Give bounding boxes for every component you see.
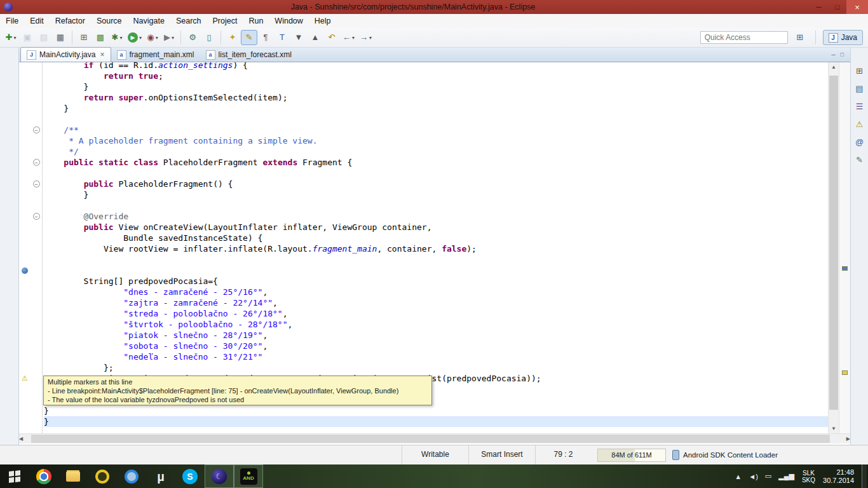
menu-navigate[interactable]: Navigate [128,14,170,28]
display-icon[interactable]: ▭ [765,472,771,480]
vertical-scrollbar[interactable]: ▲ ▼ [828,62,839,433]
code-line[interactable]: "štvrtok - polooblačno - 28°/18°", [44,319,828,330]
fold-collapse-icon[interactable]: − [33,213,40,220]
minimize-editor-icon[interactable]: ─ [831,51,835,58]
code-line[interactable] [44,114,828,125]
vscroll-thumb[interactable] [829,76,838,410]
code-line[interactable] [44,168,828,179]
fold-collapse-icon[interactable]: − [33,159,40,166]
menu-edit[interactable]: Edit [24,14,50,28]
code-line[interactable]: "dnes - zamračené - 25°/16°", [44,287,828,297]
type-hierarchy-icon[interactable]: ▤ [853,82,866,95]
code-line[interactable]: public PlaceholderFragment() { [44,179,828,189]
code-line[interactable]: } [44,405,828,416]
save-icon[interactable]: ▣ [19,30,36,45]
code-line[interactable]: } [44,416,828,427]
hscroll-track[interactable] [23,434,846,444]
menu-help[interactable]: Help [309,14,337,28]
close-window-button[interactable]: × [846,0,868,14]
code-line[interactable]: View rootView = inflater.inflate(R.layou… [44,243,828,254]
clock[interactable]: 21:48 30.7.2014 [823,468,854,485]
menu-search[interactable]: Search [170,14,207,28]
search-icon[interactable]: ✦ [224,30,241,45]
tab-close-icon[interactable]: × [100,50,104,59]
next-annotation-icon[interactable]: ▼ [290,30,307,45]
code-line[interactable]: if (id == R.id.action_settings) { [44,62,828,71]
code-line[interactable]: return super.onOptionsItemSelected(item)… [44,92,828,103]
code-line[interactable]: Bundle savedInstanceState) { [44,233,828,243]
coverage-icon[interactable]: ◉▾ [144,30,161,45]
eclipse-taskbar-icon[interactable]: ☾ [205,464,234,488]
new-java-project-icon[interactable]: ⊞ [76,30,92,45]
minimize-window-button[interactable]: ─ [810,0,828,14]
language-indicator[interactable]: SLK SKQ [802,470,815,484]
code-line[interactable]: /** [44,125,828,135]
vscroll-track[interactable] [829,72,839,424]
utorrent-icon[interactable]: µ [146,464,175,488]
problems-view-icon[interactable]: ⚠ [853,118,866,130]
show-desktop-button[interactable] [862,464,867,488]
fold-collapse-icon[interactable]: − [33,126,40,133]
background-task[interactable]: Android SDK Content Loader [672,450,793,460]
open-perspective-button[interactable]: ⊞ [792,30,808,45]
menu-file[interactable]: File [0,14,24,28]
avd-manager-icon[interactable]: ▯ [201,30,217,45]
debug-icon[interactable]: ✱▾ [109,30,125,45]
skype-icon[interactable]: S [175,464,205,488]
javadoc-view-icon[interactable]: @ [853,135,866,148]
mark-occurrences-icon[interactable]: ✎ [241,30,257,45]
forward-icon[interactable]: →▾ [357,30,374,45]
quick-access-input[interactable] [700,31,788,44]
package-explorer-icon[interactable]: ⊞ [853,64,866,77]
scroll-down-icon[interactable]: ▼ [829,424,839,433]
heap-status[interactable]: 84M of 611M [597,449,666,462]
signal-icon[interactable]: ▂▄▆ [778,472,794,480]
new-android-project-icon[interactable]: ▩ [92,30,109,45]
yellow-ring-app-icon[interactable] [88,464,117,488]
hscroll-thumb[interactable] [31,435,830,443]
save-all-icon[interactable]: ▤ [36,30,52,45]
back-icon[interactable]: ←▾ [340,30,357,45]
print-icon[interactable]: ▦ [52,30,69,45]
code-line[interactable]: "piatok - slnečno - 28°/19°", [44,330,828,341]
code-line[interactable]: */ [44,146,828,157]
window-titlebar[interactable]: Java - Sunshine/src/com/projects/sunshin… [0,0,868,14]
code-line[interactable]: }; [44,362,828,373]
code-line[interactable]: * A placeholder fragment containing a si… [44,135,828,146]
code-line[interactable]: @Override [44,211,828,222]
overview-marker[interactable] [842,266,848,271]
overview-ruler[interactable] [839,62,850,433]
scroll-up-icon[interactable]: ▲ [829,62,839,72]
code-line[interactable] [44,200,828,211]
show-whitespace-icon[interactable]: ¶ [257,30,274,45]
volume-icon[interactable]: ◄) [749,473,758,480]
android-sdk-manager-icon[interactable]: ⚙ [184,30,201,45]
annotation-ruler[interactable]: ⚠ [19,62,31,433]
declaration-view-icon[interactable]: ✎ [853,153,866,166]
code-line[interactable] [44,254,828,265]
code-line[interactable]: String[] predpovedPocasia={ [44,276,828,287]
warning-marker-icon[interactable]: ⚠ [22,375,28,382]
fold-collapse-icon[interactable]: − [33,180,40,187]
fold-ruler[interactable]: −−−− [31,62,43,433]
tab-list_item_forecast.xml[interactable]: alist_item_forecast.xml [200,48,297,62]
menu-source[interactable]: Source [91,14,128,28]
outline-icon[interactable]: ☰ [853,100,866,112]
tab-fragment_main.xml[interactable]: afragment_main.xml [111,48,200,62]
code-line[interactable]: "nedeľa - slnečno - 31°/21°" [44,351,828,362]
hidden-icons-chevron[interactable]: ▲ [735,473,742,480]
code-line[interactable]: "sobota - slnečno - 30°/20°", [44,341,828,351]
last-edit-location-icon[interactable]: ↶ [323,30,340,45]
code-line[interactable]: } [44,189,828,200]
overview-marker[interactable] [842,370,848,375]
file-explorer-icon[interactable] [58,464,88,488]
java-perspective-button[interactable]: J Java [823,30,863,45]
start-button[interactable] [0,464,29,488]
code-line[interactable]: return true; [44,71,828,81]
code-line[interactable]: public View onCreateView(LayoutInflater … [44,222,828,233]
code-line[interactable]: "zajtra - zamračené - 22°/14°", [44,297,828,308]
blue-ring-app-icon[interactable] [117,464,146,488]
android-app-icon[interactable]: AND [234,464,263,488]
breakpoint-icon[interactable] [22,268,28,274]
run-icon[interactable]: ▶▾ [125,30,144,45]
